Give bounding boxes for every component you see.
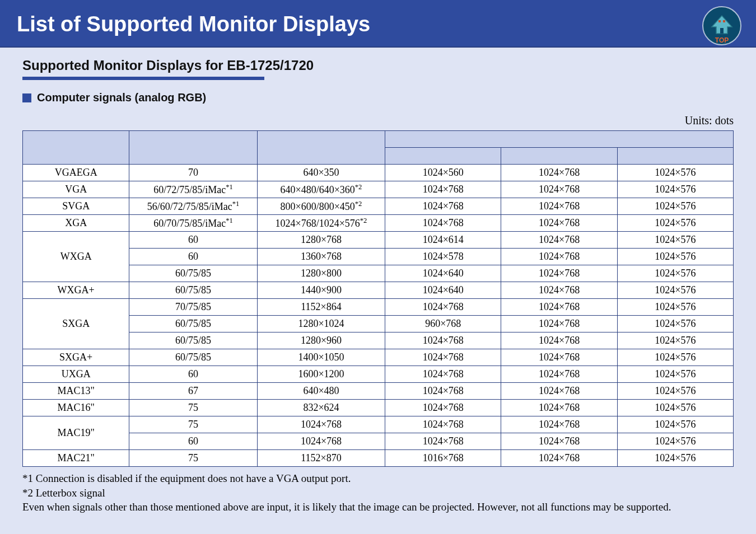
table-cell: 1024×576: [617, 383, 733, 400]
table-cell: 67: [129, 383, 257, 400]
table-row: SXGA+60/75/851400×10501024×7681024×76810…: [23, 349, 734, 366]
section-bullet-icon: [22, 93, 31, 102]
table-row: VGAEGA70640×3501024×5601024×7681024×576: [23, 165, 734, 181]
table-cell: 1024×576: [617, 366, 733, 383]
footnote-2: *2 Letterbox signal: [22, 486, 734, 500]
table-cell: 1360×768: [257, 249, 385, 265]
table-cell: 1024×768: [501, 215, 617, 232]
table-cell: 1024×576: [617, 181, 733, 198]
table-cell: 1024×768: [385, 416, 501, 433]
table-cell: 1024×640: [385, 282, 501, 299]
table-cell: 60/75/85: [129, 349, 257, 366]
table-row: SXGA70/75/851152×8641024×7681024×7681024…: [23, 299, 734, 316]
table-row: 601360×7681024×5781024×7681024×576: [23, 249, 734, 265]
table-cell: 1024×768: [385, 299, 501, 316]
table-row: MAC16"75832×6241024×7681024×7681024×576: [23, 400, 734, 416]
footnote-3: Even when signals other than those menti…: [22, 500, 734, 514]
table-cell: 1024×768: [501, 332, 617, 349]
table-cell: 1024×768: [385, 181, 501, 198]
table-cell: 1024×576: [617, 433, 733, 450]
table-cell: 1024×768: [501, 416, 617, 433]
table-cell: 1024×768: [501, 383, 617, 400]
section-title: Computer signals (analog RGB): [37, 91, 206, 104]
table-row: VGA60/72/75/85/iMac*1640×480/640×360*210…: [23, 181, 734, 198]
table-cell: 1024×576: [617, 249, 733, 265]
table-cell: 1024×768: [385, 400, 501, 416]
table-cell: 1024×576: [617, 215, 733, 232]
table-cell: 1024×768: [501, 265, 617, 282]
table-cell: 1280×768: [257, 232, 385, 249]
table-cell: 800×600/800×450*2: [257, 198, 385, 215]
table-row: WXGA+60/75/851440×9001024×6401024×768102…: [23, 282, 734, 299]
page-title: List of Supported Monitor Displays: [17, 12, 370, 36]
table-cell: 1024×576: [617, 232, 733, 249]
table-cell: 1024×768: [257, 433, 385, 450]
table-cell: 1024×576: [617, 400, 733, 416]
table-cell: XGA: [23, 215, 129, 232]
table-cell: 1024×768: [501, 299, 617, 316]
table-cell: 1024×560: [385, 165, 501, 181]
table-cell: 640×350: [257, 165, 385, 181]
table-cell: 60/75/85: [129, 282, 257, 299]
table-cell: 1024×768: [385, 215, 501, 232]
table-cell: 1024×768: [501, 316, 617, 332]
svg-rect-3: [723, 20, 725, 22]
table-cell: 75: [129, 416, 257, 433]
table-cell: 56/60/72/75/85/iMac*1: [129, 198, 257, 215]
table-cell: 640×480/640×360*2: [257, 181, 385, 198]
table-row: SVGA56/60/72/75/85/iMac*1800×600/800×450…: [23, 198, 734, 215]
monitor-displays-table: VGAEGA70640×3501024×5601024×7681024×576V…: [22, 130, 734, 467]
table-cell: 1024×576: [617, 349, 733, 366]
table-cell: 1024×576: [617, 282, 733, 299]
footnote-1: *1 Connection is disabled if the equipme…: [22, 471, 734, 486]
table-cell: 60/75/85: [129, 265, 257, 282]
table-cell: 1024×768: [501, 366, 617, 383]
table-cell: 1024×768: [501, 232, 617, 249]
table-cell: 1016×768: [385, 450, 501, 467]
table-cell: 1024×768: [385, 366, 501, 383]
sub-heading-underline: [22, 77, 264, 80]
table-cell: 60/75/85: [129, 332, 257, 349]
table-cell: 1024×768: [385, 349, 501, 366]
table-row: MAC19"751024×7681024×7681024×7681024×576: [23, 416, 734, 433]
table-cell: SVGA: [23, 198, 129, 215]
table-cell: 960×768: [385, 316, 501, 332]
top-navigation-icon[interactable]: TOP: [702, 6, 742, 46]
table-cell: 832×624: [257, 400, 385, 416]
table-cell: 60: [129, 433, 257, 450]
table-cell: 1440×900: [257, 282, 385, 299]
table-cell: 1400×1050: [257, 349, 385, 366]
table-cell: MAC21": [23, 450, 129, 467]
table-row: MAC13"67640×4801024×7681024×7681024×576: [23, 383, 734, 400]
table-cell: 1024×576: [617, 450, 733, 467]
table-cell: 640×480: [257, 383, 385, 400]
table-cell: 1024×640: [385, 265, 501, 282]
table-cell: 60: [129, 366, 257, 383]
table-cell: 60/72/75/85/iMac*1: [129, 181, 257, 198]
table-cell: 1152×870: [257, 450, 385, 467]
table-cell: 1024×768: [501, 181, 617, 198]
top-icon-label: TOP: [715, 36, 729, 44]
footnotes: *1 Connection is disabled if the equipme…: [22, 471, 734, 514]
table-cell: SXGA: [23, 299, 129, 349]
table-cell: 1024×768: [257, 416, 385, 433]
table-row: UXGA601600×12001024×7681024×7681024×576: [23, 366, 734, 383]
svg-rect-2: [718, 20, 721, 22]
table-cell: 1280×1024: [257, 316, 385, 332]
table-cell: 1280×800: [257, 265, 385, 282]
table-cell: VGA: [23, 181, 129, 198]
table-cell: 1024×768: [501, 249, 617, 265]
table-row: MAC21"751152×8701016×7681024×7681024×576: [23, 450, 734, 467]
table-cell: 1024×768: [501, 349, 617, 366]
table-cell: 1024×578: [385, 249, 501, 265]
units-label: Units: dots: [22, 109, 734, 130]
table-cell: 1024×768/1024×576*2: [257, 215, 385, 232]
table-cell: WXGA+: [23, 282, 129, 299]
table-cell: 1024×768: [385, 332, 501, 349]
table-cell: 1024×768: [501, 400, 617, 416]
table-row: WXGA601280×7681024×6141024×7681024×576: [23, 232, 734, 249]
table-cell: 60/70/75/85/iMac*1: [129, 215, 257, 232]
table-cell: 1280×960: [257, 332, 385, 349]
table-cell: 1024×614: [385, 232, 501, 249]
table-cell: 1024×576: [617, 265, 733, 282]
